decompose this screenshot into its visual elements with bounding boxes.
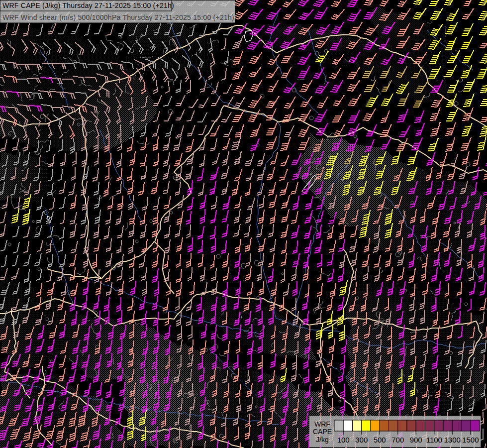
svg-text:WRF CAPE (J/kg) Thursday 27-11: WRF CAPE (J/kg) Thursday 27-11-2025 15:0… — [2, 1, 174, 9]
svg-text:WRF Wind shear (m/s) 500/1000h: WRF Wind shear (m/s) 500/1000hPa Thursda… — [2, 13, 234, 21]
svg-text:WRF: WRF — [314, 420, 330, 428]
svg-text:100: 100 — [337, 436, 350, 444]
svg-text:900: 900 — [410, 436, 422, 444]
svg-text:J/kg: J/kg — [316, 436, 329, 444]
svg-text:CAPE: CAPE — [313, 428, 332, 436]
svg-text:300: 300 — [355, 436, 368, 444]
svg-text:500: 500 — [374, 436, 386, 444]
svg-text:1300: 1300 — [444, 436, 461, 444]
svg-text:1500: 1500 — [462, 436, 479, 444]
svg-text:1100: 1100 — [426, 436, 442, 444]
svg-text:700: 700 — [391, 436, 404, 444]
